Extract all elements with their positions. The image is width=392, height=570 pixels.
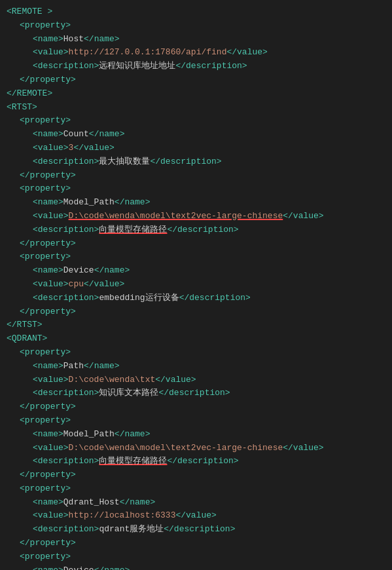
code-line-l15: <name>Model_Path</name> bbox=[0, 196, 392, 210]
code-line-l26: <property> bbox=[0, 346, 392, 360]
code-line-l31: <property> bbox=[0, 414, 392, 428]
code-line-l19: <property> bbox=[0, 250, 392, 264]
code-line-l8: <RTST> bbox=[0, 101, 392, 115]
code-line-l5: <description>远程知识库地址地址</description> bbox=[0, 60, 392, 73]
code-line-l1: <REMOTE > bbox=[0, 5, 392, 19]
code-line-l3: <name>Host</name> bbox=[0, 33, 392, 47]
code-line-l13: </property> bbox=[0, 169, 392, 183]
code-line-l20: <name>Device</name> bbox=[0, 264, 392, 278]
code-area: <REMOTE ><property><name>Host</name><val… bbox=[0, 0, 392, 570]
code-line-l28: <value>D:\code\wenda\txt</value> bbox=[0, 373, 392, 387]
code-line-l12: <description>最大抽取数量</description> bbox=[0, 155, 392, 169]
code-line-l40: </property> bbox=[0, 537, 392, 550]
code-line-l21: <value>cpu</value> bbox=[0, 278, 392, 292]
code-line-l24: </RTST> bbox=[0, 318, 392, 332]
code-line-l42: <name>Device</name> bbox=[0, 564, 392, 570]
code-line-l9: <property> bbox=[0, 114, 392, 128]
code-line-l29: <description>知识库文本路径</description> bbox=[0, 387, 392, 400]
code-line-l23: </property> bbox=[0, 305, 392, 319]
code-line-l38: <value>http://localhost:6333</value> bbox=[0, 509, 392, 523]
code-line-l17: <description>向量模型存储路径</description> bbox=[0, 223, 392, 237]
code-line-l2: <property> bbox=[0, 19, 392, 33]
code-line-l14: <property> bbox=[0, 182, 392, 196]
code-line-l34: <description>向量模型存储路径</description> bbox=[0, 455, 392, 468]
code-line-l18: </property> bbox=[0, 237, 392, 251]
code-line-l22: <description>embedding运行设备</description> bbox=[0, 292, 392, 305]
code-line-l27: <name>Path</name> bbox=[0, 360, 392, 373]
code-line-l39: <description>qdrant服务地址</description> bbox=[0, 523, 392, 537]
code-line-l11: <value>3</value> bbox=[0, 142, 392, 155]
code-line-l25: <QDRANT> bbox=[0, 332, 392, 346]
code-line-l37: <name>Qdrant_Host</name> bbox=[0, 496, 392, 510]
code-line-l16: <value>D:\code\wenda\model\text2vec-larg… bbox=[0, 210, 392, 223]
code-line-l36: <property> bbox=[0, 482, 392, 496]
code-line-l4: <value>http://127.0.0.1:17860/api/find</… bbox=[0, 46, 392, 60]
code-line-l7: </REMOTE> bbox=[0, 87, 392, 101]
code-line-l32: <name>Model_Path</name> bbox=[0, 428, 392, 442]
code-line-l41: <property> bbox=[0, 550, 392, 564]
code-line-l6: </property> bbox=[0, 73, 392, 87]
code-line-l30: </property> bbox=[0, 400, 392, 414]
code-line-l33: <value>D:\code\wenda\model\text2vec-larg… bbox=[0, 442, 392, 455]
code-line-l10: <name>Count</name> bbox=[0, 128, 392, 142]
code-line-l35: </property> bbox=[0, 468, 392, 482]
